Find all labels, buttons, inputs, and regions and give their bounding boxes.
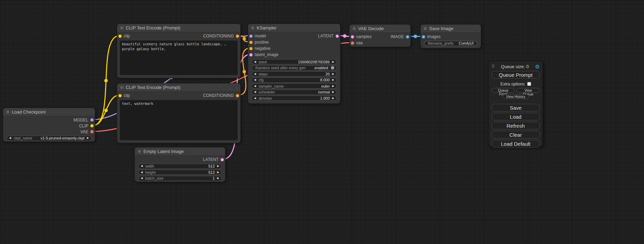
next-arrow-icon[interactable]: ▶ [87,137,89,139]
node-title-bar[interactable]: Load Checkpoint [3,108,95,116]
node-load-checkpoint[interactable]: Load Checkpoint MODEL CLIP VAE [3,108,95,142]
drag-handle-icon[interactable]: ⠿ [492,64,495,69]
widget-filename-prefix[interactable]: filename_prefix ComfyUI [424,41,477,46]
output-slot-conditioning[interactable] [236,94,239,97]
collapse-dot-icon[interactable] [424,27,427,30]
decrement-arrow-icon[interactable]: ◀ [254,73,256,75]
clear-button[interactable]: Clear [492,131,540,138]
widget-seed[interactable]: ◀ seed 156680208700286 ▶ [252,59,337,64]
output-slot-image[interactable] [406,35,409,38]
prompt-textarea[interactable]: beautiful scenery nature glass bottle la… [120,40,238,75]
node-title-bar[interactable]: Empty Latent Image [135,147,225,156]
decrement-arrow-icon[interactable]: ◀ [141,171,143,174]
load-button[interactable]: Load [492,113,540,120]
input-slot-positive[interactable] [249,41,253,44]
input-slot-negative[interactable] [249,47,253,50]
increment-arrow-icon[interactable]: ▶ [332,79,334,81]
queue-size-label: Queue size: 0 [495,64,535,69]
toggle-dot-icon[interactable] [331,66,334,70]
increment-arrow-icon[interactable]: ▶ [332,73,334,75]
queue-front-button[interactable]: Queue Front [492,88,515,93]
collapse-dot-icon[interactable] [251,26,254,29]
output-slot-clip[interactable] [90,124,94,127]
next-arrow-icon[interactable]: ▶ [332,85,334,88]
node-title-bar[interactable]: VAE Decode [350,25,411,33]
decrement-arrow-icon[interactable]: ◀ [254,61,256,63]
increment-arrow-icon[interactable]: ▶ [217,177,219,180]
node-title-bar[interactable]: Save Image [421,25,481,33]
widget-scheduler[interactable]: ◀ scheduler normal ▶ [252,90,337,95]
node-clip-text-encode-negative[interactable]: CLIP Text Encode (Prompt) clip CONDITION… [117,83,241,143]
settings-gear-icon[interactable]: ⚙ [535,64,540,69]
collapse-dot-icon[interactable] [353,27,356,30]
widget-cfg[interactable]: ◀ cfg 8.000 ▶ [252,78,337,83]
node-title: CLIP Text Encode (Prompt) [126,85,180,90]
node-title: VAE Decode [358,26,383,31]
collapse-dot-icon[interactable] [138,150,141,153]
node-ksampler[interactable]: KSampler model LATENT positive [248,24,341,104]
input-slot-samples[interactable] [351,35,354,38]
input-slot-latent-image[interactable] [249,53,253,56]
collapse-dot-icon[interactable] [6,110,9,114]
input-label-clip: clip [124,34,130,38]
input-label-positive: positive [255,40,269,45]
next-arrow-icon[interactable]: ▶ [332,91,334,93]
widget-height[interactable]: ◀ height 512 ▶ [138,170,222,175]
prev-arrow-icon[interactable]: ◀ [254,85,256,88]
collapse-dot-icon[interactable] [120,26,123,29]
increment-arrow-icon[interactable]: ▶ [217,165,219,168]
widget-denoise[interactable]: ◀ denoise 1.000 ▶ [252,96,337,101]
widget-ckpt-name[interactable]: ◀ ckpt_name v1-5-pruned-emaonly.ckpt ▶ [7,136,91,141]
node-title-bar[interactable]: KSampler [248,24,340,32]
node-empty-latent-image[interactable]: Empty Latent Image LATENT ◀ width 512 ▶ … [134,147,226,182]
input-slot-vae[interactable] [351,42,354,45]
output-label-conditioning: CONDITIONING [203,34,234,38]
node-clip-text-encode-positive[interactable]: CLIP Text Encode (Prompt) clip CONDITION… [117,24,241,78]
refresh-button[interactable]: Refresh [492,122,540,129]
prev-arrow-icon[interactable]: ◀ [9,137,11,139]
prev-arrow-icon[interactable]: ◀ [254,91,256,93]
widget-width[interactable]: ◀ width 512 ▶ [138,164,222,169]
input-slot-clip[interactable] [118,35,122,38]
extra-options-checkbox[interactable] [527,82,531,86]
increment-arrow-icon[interactable]: ▶ [332,97,334,100]
output-slot-model[interactable] [90,118,94,121]
collapse-dot-icon[interactable] [120,86,123,89]
load-default-button[interactable]: Load Default [492,140,540,147]
view-queue-button[interactable]: View Queue [517,88,540,93]
node-title: KSampler [257,25,276,30]
decrement-arrow-icon[interactable]: ◀ [254,79,256,81]
increment-arrow-icon[interactable]: ▶ [217,171,219,174]
node-save-image[interactable]: Save Image images filename_prefix ComfyU… [420,24,481,48]
input-slot-clip[interactable] [118,94,122,97]
view-history-button[interactable]: View History [503,94,529,99]
output-slot-latent[interactable] [336,35,339,38]
widget-steps[interactable]: ◀ steps 20 ▶ [252,71,337,76]
node-vae-decode[interactable]: VAE Decode samples IMAGE vae [349,24,411,47]
node-title-bar[interactable]: CLIP Text Encode (Prompt) [117,83,240,92]
widget-seed-control[interactable]: Random seed after every gen enabled [252,65,337,71]
widget-sampler-name[interactable]: ◀ sampler_name euler ▶ [252,83,337,89]
decrement-arrow-icon[interactable]: ◀ [141,177,143,180]
prompt-textarea[interactable]: text, watermark [120,100,238,140]
queue-prompt-button[interactable]: Queue Prompt [492,71,540,79]
output-slot-latent[interactable] [221,158,224,161]
output-label-clip: CLIP [79,124,88,128]
widget-batch-size[interactable]: ◀ batch_size 1 ▶ [138,176,222,181]
increment-arrow-icon[interactable]: ▶ [332,61,334,63]
slot-row: samples IMAGE [350,34,411,40]
link-midpoint [104,109,108,112]
graph-canvas[interactable]: Load Checkpoint MODEL CLIP VAE [0,0,644,244]
input-slot-model[interactable] [249,35,253,38]
output-slot-conditioning[interactable] [236,35,239,38]
input-slot-images[interactable] [422,35,425,38]
save-button[interactable]: Save [492,104,540,111]
node-title: Save Image [429,26,453,31]
output-label-model: MODEL [73,118,88,123]
node-title-bar[interactable]: CLIP Text Encode (Prompt) [117,24,240,32]
input-label-negative: negative [255,46,270,51]
decrement-arrow-icon[interactable]: ◀ [254,97,256,100]
decrement-arrow-icon[interactable]: ◀ [141,165,143,168]
output-slot-vae[interactable] [90,130,94,133]
slot-row: CLIP [3,123,95,129]
